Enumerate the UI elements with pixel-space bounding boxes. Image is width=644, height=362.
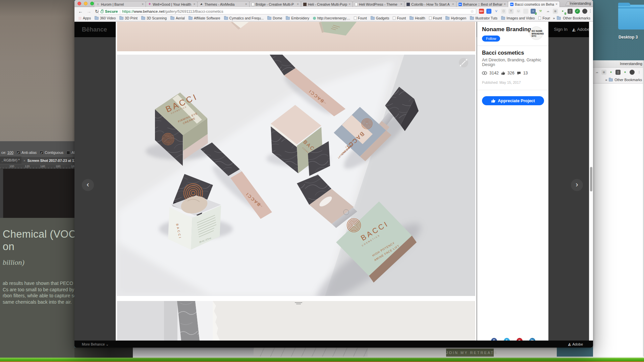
bookmark-item[interactable]: Aerial [170,16,185,20]
minimize-button[interactable] [84,2,88,5]
bookmark-item[interactable]: Cymatics and Frequ... [224,16,264,20]
pocket-extension-icon[interactable]: ▯ [568,9,573,14]
more-behance-link[interactable]: More Behance ⌄ [82,342,109,346]
tab-close-icon[interactable]: × [452,2,454,6]
previous-image-button[interactable]: ‹ [82,179,94,191]
browser-tab[interactable]: AThemes - AlxMedia× [197,1,249,7]
bookmark-item[interactable]: Embroidery [286,16,309,20]
next-image-button[interactable]: › [571,179,583,191]
zoom-button[interactable] [90,2,94,5]
browser-tab[interactable]: BēBehance :: Best of Behan× [456,1,508,7]
bookmark-item[interactable]: Fount [393,16,406,20]
checkbox[interactable]: ✓ [40,151,43,155]
behance-favicon: Bē [510,3,514,6]
browser-tab[interactable]: Colorlib - How To Start A× [404,1,456,7]
bookmarks-overflow-icon[interactable]: » [553,16,555,20]
evernote-extension-icon[interactable] [582,9,587,14]
session-extension-icon[interactable]: ●1 [560,9,565,14]
tab-close-icon[interactable]: × [297,2,299,6]
owner-avatar[interactable]: NO NAMEBRANDINGNYC [530,26,543,40]
ps-option-all-layers[interactable]: All Layers [66,150,74,155]
previous-project-image[interactable] [116,22,477,51]
background-extension-icon[interactable]: ☁ [594,70,599,75]
bookmark-item[interactable]: Apps [78,16,91,20]
bookmark-item[interactable]: Hydrogen [445,16,466,20]
sign-in-link[interactable]: Sign In [554,27,568,32]
browser-tab[interactable]: Heli - Creative Multi-Purp× [301,1,353,7]
bookmark-item[interactable]: Fount [354,16,367,20]
bookmark-star-icon[interactable]: ☆ [470,9,474,14]
background-extension-icon[interactable]: ● [608,70,613,75]
address-bar[interactable]: Secure | https://www.behance.net/gallery… [98,8,476,14]
circle-extension-icon[interactable]: U [516,9,521,14]
browser-menu-icon[interactable]: ⋮ [588,9,592,13]
ps-option-contiguous[interactable]: ✓Contiguous [40,150,63,155]
behance-logo[interactable]: Bēhance [82,26,107,33]
bookmark-item[interactable]: Health [410,16,425,20]
appreciate-button[interactable]: Appreciate Project [482,96,544,105]
bookmark-item[interactable]: 360 Video [95,16,116,20]
doc-close-icon[interactable]: × [23,159,25,163]
tolerance-value[interactable]: 100 [7,150,13,155]
frame-extension-icon[interactable]: ⟨⟩ [501,9,506,14]
background-extension-icon[interactable]: ● [623,70,628,75]
background-extension-icon[interactable] [630,70,635,75]
bookmark-item[interactable]: Fount [538,16,550,20]
scrollbar-thumb[interactable] [590,167,592,191]
lightbox-scrollbar[interactable] [589,22,593,348]
browser-tab[interactable]: Bridge - Creative Multi-P× [249,1,301,7]
browser-tab[interactable]: BēBacci cosmetics on Behan× [508,1,560,7]
tab-close-icon[interactable]: × [504,2,506,6]
project-fields[interactable]: Art Direction, Branding, Graphic Design [482,58,544,67]
browser-tab[interactable]: +Well+Good | Your Health× [146,1,198,7]
background-extension-icon[interactable]: ▯ [615,70,621,75]
bookmark-item[interactable]: 3D Print [119,16,138,20]
tab-close-icon[interactable]: × [194,2,196,6]
tab-close-icon[interactable]: × [400,2,402,6]
background-extension-icon[interactable]: ⋮ [637,70,642,75]
next-project-image[interactable] [116,301,477,347]
close-button[interactable] [77,2,81,5]
bookmark-item[interactable]: Illustrator Tuts [470,16,497,20]
bookmark-item[interactable]: 3D Scanning [141,16,167,20]
forward-button[interactable]: → [87,9,91,14]
checkbox[interactable] [66,151,70,155]
ps-option-anti-alias[interactable]: ✓Anti-alias [16,150,37,155]
camera-extension-icon[interactable]: ◉ [553,9,558,14]
desktop-folder-icon[interactable] [618,5,644,29]
follow-button[interactable]: Follow [482,36,500,42]
bookmark-item[interactable]: Gadgets [371,16,389,20]
bookmark-item[interactable]: http://secretenergy.... [313,16,350,20]
blank-extension-icon[interactable] [523,9,528,14]
document-tab[interactable]: ×Screen Shot 2017-07-23 at 11.34. [21,157,74,164]
other-bookmarks[interactable]: Other Bookmarks [563,16,590,20]
bookmark-item[interactable]: Affiliate Software [189,16,220,20]
tab-close-icon[interactable]: × [555,2,557,6]
checkbox[interactable]: ✓ [16,151,20,155]
bookmark-item[interactable]: Fount [429,16,442,20]
check-extension-icon[interactable]: ✓ [575,9,580,14]
photoshop-window: ce: 100 ✓Anti-alias✓ContiguousAll Layers… [0,0,74,362]
quote-extension-icon[interactable]: «1 [531,9,536,14]
downloader-extension-icon[interactable]: ↓ [486,9,491,14]
main-project-image[interactable]: BACCI COSMETICS FIRMING EYE CREAME BACCI… [116,55,477,296]
bookmark-label: Gadgets [376,16,389,20]
bookmark-item[interactable]: Dome [267,16,282,20]
bookmarks-overflow-icon[interactable]: » [605,78,607,82]
browser-tab[interactable]: Heli WordPress - Theme× [353,1,405,7]
tools-extension-icon[interactable]: ⚒ [538,9,543,14]
tab-close-icon[interactable]: × [142,2,144,6]
vimeo-extension-icon[interactable]: V [494,9,499,14]
adobe-link[interactable]: ◭Adobe [572,27,590,32]
back-button[interactable]: ← [78,9,83,14]
cloud-extension-icon[interactable]: ☁ [545,9,550,14]
join-retreats-button[interactable]: JOIN MY RETREATS [446,349,494,357]
browser-tab[interactable]: ⁝Hurom | Barrel× [94,1,146,7]
tumblr-extension-icon[interactable]: T [508,9,514,14]
tab-close-icon[interactable]: × [245,2,247,6]
adblock-extension-icon[interactable]: 99+ [479,9,484,14]
bookmark-item[interactable]: Images and Video [501,16,535,20]
background-extension-icon[interactable]: ◉ [601,70,606,75]
other-bookmarks[interactable]: Other Bookmarks [614,78,642,82]
tab-close-icon[interactable]: × [348,2,351,6]
